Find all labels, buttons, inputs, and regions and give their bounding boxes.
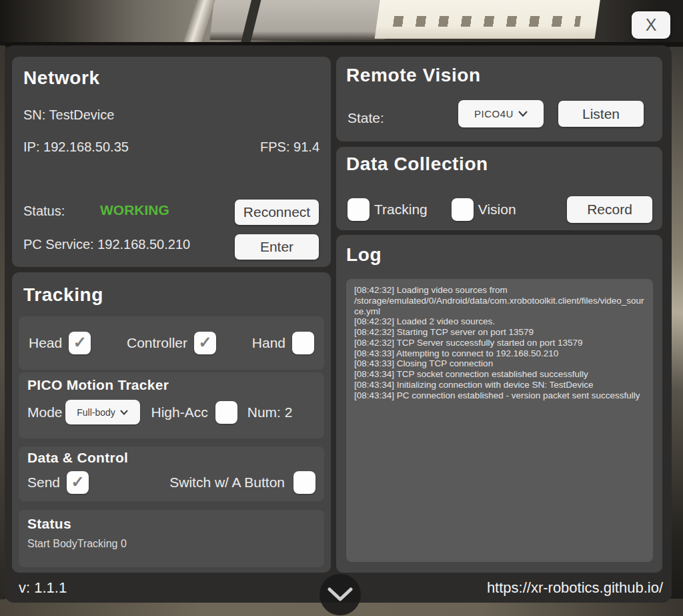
state-label: State: — [348, 110, 384, 126]
remote-vision-card: Remote Vision State: PICO4U Listen — [336, 57, 662, 141]
ip-address: IP: 192.168.50.35 — [23, 139, 129, 155]
log-card: Log [08:42:32] Loading video sources fro… — [336, 235, 662, 573]
log-line: [08:42:32] Loaded 2 video sources. — [354, 316, 645, 327]
chevron-down-icon — [518, 111, 528, 117]
network-card: Network SN: TestDevice IP: 192.168.50.35… — [12, 57, 331, 267]
pc-service-address: PC Service: 192.168.50.210 — [23, 237, 190, 252]
ceiling-light-fixtures — [393, 16, 581, 27]
switch-a-button-checkbox[interactable]: ✓ — [293, 471, 315, 494]
listen-button[interactable]: Listen — [558, 101, 644, 127]
log-title: Log — [346, 244, 382, 266]
data-collection-title: Data Collection — [346, 153, 488, 175]
log-line: [08:43:33] Attempting to connect to 192.… — [354, 348, 645, 359]
room-photo-strip — [670, 47, 683, 601]
fps-value: FPS: 91.4 — [260, 139, 319, 155]
mode-dropdown[interactable]: Full-body — [65, 400, 140, 424]
log-line: [08:42:32] Loading video sources from /s… — [354, 285, 645, 316]
check-icon: ✓ — [73, 333, 87, 352]
collect-tracking-label: Tracking — [374, 202, 428, 218]
network-title: Network — [23, 67, 100, 89]
log-line: [08:43:34] Initializing connection with … — [354, 380, 645, 390]
tracking-title: Tracking — [23, 284, 103, 306]
website-link[interactable]: https://xr-robotics.github.io/ — [487, 579, 663, 597]
ceiling-photo — [0, 0, 683, 47]
record-button[interactable]: Record — [567, 196, 652, 223]
mode-label: Mode — [27, 404, 63, 420]
log-line: [08:42:32] Starting TCP server on port 1… — [354, 327, 645, 338]
high-acc-label: High-Acc — [151, 404, 208, 420]
status-value: WORKING — [100, 202, 169, 218]
tracking-sources-row: Head ✓ Controller ✓ Hand ✓ — [19, 316, 324, 370]
chevron-down-icon — [327, 587, 354, 602]
head-label: Head — [29, 335, 62, 351]
mode-dropdown-value: Full-body — [77, 407, 115, 418]
send-label: Send — [27, 475, 60, 491]
ceiling-panel — [210, 0, 390, 40]
state-dropdown[interactable]: PICO4U — [458, 100, 544, 127]
collapse-panel-button[interactable] — [319, 574, 361, 615]
serial-number: SN: TestDevice — [23, 107, 114, 123]
status-label: Status: — [23, 204, 65, 219]
log-line: [08:42:32] TCP Server successfully start… — [354, 338, 645, 348]
pico-motion-tracker-panel: PICO Motion Tracker Mode Full-body High-… — [19, 372, 324, 438]
log-output[interactable]: [08:42:32] Loading video sources from /s… — [346, 279, 653, 562]
controller-label: Controller — [127, 335, 187, 351]
tracking-status-panel: Status Start BodyTracking 0 — [19, 510, 324, 567]
remote-vision-title: Remote Vision — [346, 65, 481, 86]
reconnect-button[interactable]: Reconnect — [235, 200, 319, 225]
enter-button[interactable]: Enter — [235, 234, 319, 260]
send-checkbox[interactable]: ✓ — [67, 471, 89, 494]
controller-checkbox[interactable]: ✓ — [194, 332, 216, 354]
log-line: [08:43:33] Closing TCP connection — [354, 358, 645, 369]
version-label: v: 1.1.1 — [19, 579, 67, 597]
tracking-status-value: Start BodyTracking 0 — [27, 538, 315, 550]
high-acc-checkbox[interactable]: ✓ — [215, 401, 237, 424]
pico-motion-tracker-title: PICO Motion Tracker — [27, 377, 315, 393]
check-icon: ✓ — [71, 473, 84, 491]
switch-a-button-label: Switch w/ A Button — [169, 475, 285, 491]
data-control-title: Data & Control — [27, 450, 315, 466]
data-collection-card: Data Collection ✓ Tracking ✓ Vision Reco… — [336, 147, 662, 230]
tracking-status-title: Status — [27, 516, 315, 532]
hand-label: Hand — [252, 335, 285, 351]
hand-checkbox[interactable]: ✓ — [292, 332, 314, 354]
collect-tracking-checkbox[interactable]: ✓ — [348, 198, 370, 221]
check-icon: ✓ — [198, 333, 211, 352]
head-checkbox[interactable]: ✓ — [69, 332, 91, 354]
chevron-down-icon — [120, 410, 128, 415]
log-line: [08:43:34] TCP socket connection establi… — [354, 369, 645, 380]
state-dropdown-value: PICO4U — [474, 108, 514, 119]
data-control-panel: Data & Control Send ✓ Switch w/ A Button… — [19, 446, 324, 501]
collect-vision-checkbox[interactable]: ✓ — [452, 198, 474, 221]
collect-vision-label: Vision — [478, 202, 516, 218]
tracking-card: Tracking Head ✓ Controller ✓ Hand ✓ PICO… — [12, 272, 331, 573]
log-line: [08:43:34] PC connection established - v… — [354, 390, 645, 401]
close-button[interactable]: X — [632, 11, 670, 39]
main-panel: Network SN: TestDevice IP: 192.168.50.35… — [5, 45, 672, 603]
num-label: Num: 2 — [247, 404, 293, 420]
